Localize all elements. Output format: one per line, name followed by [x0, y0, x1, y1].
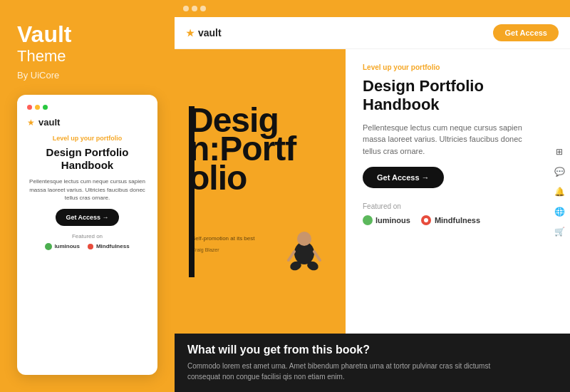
- bottom-section: What will you get from this book? Commod…: [175, 334, 570, 392]
- mockup-heading: Design Portfolio Handbook: [27, 146, 147, 172]
- site-header: ★ vault Get Access: [175, 17, 570, 49]
- browser-dots: [183, 6, 206, 11]
- b-dot-2: [192, 6, 197, 11]
- hero-section: Desig n:Portf olio Self-promotion at its…: [175, 49, 570, 334]
- globe-icon[interactable]: 🌐: [551, 204, 567, 220]
- logo-luminous: luminous: [45, 243, 80, 250]
- book-author: Craig Blazer: [192, 247, 219, 252]
- hero-heading: Design Portfolio Handbook: [363, 77, 556, 115]
- right-panel: ★ vault Get Access Desig n:Portf olio Se…: [175, 0, 570, 392]
- dot-green: [43, 105, 48, 110]
- svg-point-2: [297, 232, 311, 246]
- mockup-nav-brand: vault: [38, 117, 60, 128]
- svg-point-8: [424, 218, 428, 222]
- bottom-body: Commodo lorem est amet urna. Amet bibend…: [187, 361, 501, 382]
- mockup-featured: Featured on luminous Mindfulness: [27, 233, 147, 250]
- brand-section: Vault Theme By UiCore: [17, 23, 157, 81]
- site-star-icon: ★: [186, 28, 195, 38]
- hero-book-area: Desig n:Portf olio Self-promotion at its…: [175, 49, 346, 334]
- featured-label: Featured on: [27, 233, 147, 239]
- luminous-icon: [45, 243, 52, 250]
- mobile-mockup: ★ vault Level up your portfolio Design P…: [17, 95, 157, 375]
- book-visual: Desig n:Portf olio Self-promotion at its…: [189, 106, 331, 277]
- mockup-cta-button[interactable]: Get Access →: [56, 209, 118, 226]
- b-dot-3: [200, 6, 206, 11]
- hero-body: Pellentesque lectus cum neque cursus sap…: [363, 122, 534, 158]
- book-text-overlay: Desig n:Portf olio: [189, 106, 296, 193]
- book-spine: [189, 106, 195, 277]
- site-nav-brand: ★ vault: [186, 27, 222, 38]
- bottom-heading: What will you get from this book?: [187, 344, 557, 356]
- side-icons: ⊞ 💬 🔔 🌐 🛒: [549, 140, 570, 244]
- luminous-circle-icon: [363, 215, 373, 225]
- svg-line-5: [289, 252, 294, 260]
- dot-yellow: [35, 105, 40, 110]
- brand-subtitle: Theme: [17, 47, 157, 66]
- left-panel: Vault Theme By UiCore ★ vault Level up y…: [0, 0, 175, 392]
- browser-bar: [175, 0, 570, 17]
- mockup-dots: [27, 105, 147, 110]
- hero-logo-mindfulness: Mindfulness: [420, 215, 480, 226]
- shopping-icon[interactable]: 🛒: [551, 224, 567, 239]
- dot-red: [27, 105, 32, 110]
- mockup-body: Pellentesque lectus cum neque cursus sap…: [27, 177, 147, 202]
- site-brand-text: vault: [198, 27, 222, 38]
- grid-icon[interactable]: ⊞: [551, 144, 567, 160]
- svg-point-0: [88, 244, 93, 249]
- book-line3: olio: [189, 164, 296, 193]
- mindfulness-icon: [87, 243, 94, 250]
- hero-featured-label: Featured on: [363, 202, 556, 210]
- book-subtitle: Self-promotion at its best: [192, 235, 254, 242]
- hero-featured: Featured on luminous Mindfulness: [363, 202, 556, 226]
- featured-logos: luminous Mindfulness: [27, 243, 147, 250]
- mockup-nav: ★ vault: [27, 117, 147, 128]
- svg-line-6: [314, 252, 320, 260]
- brand-title: Vault: [17, 23, 157, 46]
- hero-tagline: Level up your portfolio: [363, 63, 556, 71]
- site-cta-button[interactable]: Get Access: [493, 24, 559, 41]
- hero-logo-luminous: luminous: [363, 215, 410, 225]
- hero-right: Level up your portfolio Design Portfolio…: [346, 49, 570, 334]
- mindfulness-svg-icon: [420, 215, 432, 226]
- mockup-tagline: Level up your portfolio: [27, 135, 147, 142]
- brand-by: By UiCore: [17, 70, 157, 81]
- logo-mindfulness: Mindfulness: [87, 243, 130, 250]
- bell-icon[interactable]: 🔔: [551, 184, 567, 200]
- sitting-person: [285, 225, 324, 277]
- b-dot-1: [183, 6, 189, 11]
- star-icon: ★: [27, 118, 35, 128]
- person-illustration: [285, 225, 324, 274]
- hero-logos: luminous Mindfulness: [363, 215, 556, 226]
- hero-cta-button[interactable]: Get Access →: [363, 167, 444, 188]
- chat-icon[interactable]: 💬: [551, 164, 567, 180]
